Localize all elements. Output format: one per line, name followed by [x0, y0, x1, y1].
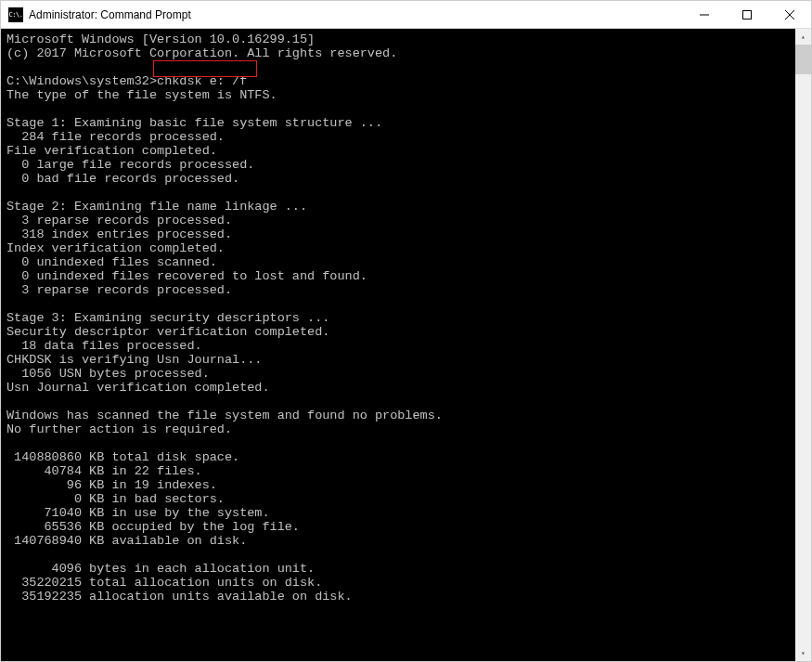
console-area: Microsoft Windows [Version 10.0.16299.15… [1, 29, 811, 661]
window-title: Administrator: Command Prompt [29, 8, 683, 21]
cmd-icon: C:\. [8, 7, 23, 22]
titlebar[interactable]: C:\. Administrator: Command Prompt [1, 1, 811, 29]
scroll-down-arrow[interactable]: ▾ [795, 645, 811, 661]
maximize-button[interactable] [726, 1, 768, 28]
svg-rect-1 [743, 10, 752, 19]
console-output[interactable]: Microsoft Windows [Version 10.0.16299.15… [1, 29, 795, 661]
minimize-button[interactable] [683, 1, 726, 28]
scroll-thumb[interactable] [795, 45, 811, 74]
window-controls [683, 1, 811, 28]
scrollbar[interactable]: ▴ ▾ [795, 29, 811, 661]
close-button[interactable] [768, 1, 811, 28]
scroll-up-arrow[interactable]: ▴ [795, 29, 811, 45]
